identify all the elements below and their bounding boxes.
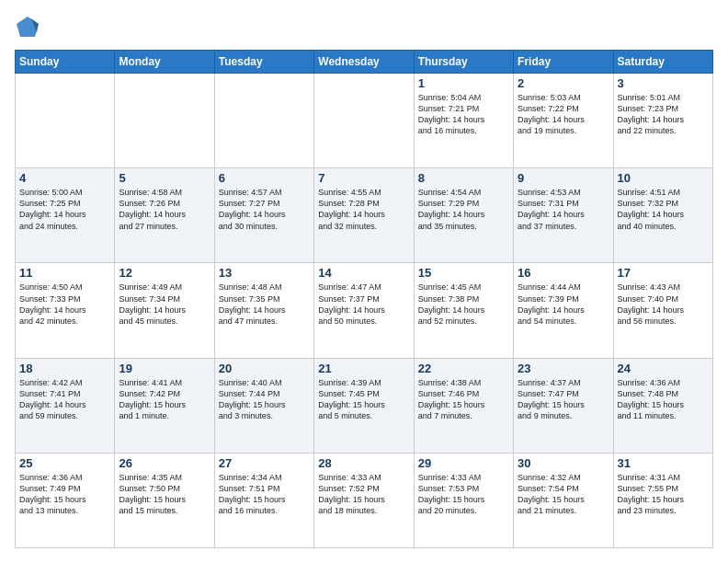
cell-line: Daylight: 15 hours bbox=[119, 399, 210, 410]
cell-line: and 21 minutes. bbox=[518, 505, 609, 516]
day-cell: 19Sunrise: 4:41 AMSunset: 7:42 PMDayligh… bbox=[115, 358, 214, 453]
cell-line: Sunset: 7:25 PM bbox=[19, 198, 110, 209]
cell-line: Sunrise: 4:44 AM bbox=[518, 282, 609, 293]
cell-line: Daylight: 15 hours bbox=[219, 494, 310, 505]
weekday-sunday: Sunday bbox=[16, 51, 115, 74]
cell-line: and 47 minutes. bbox=[219, 316, 310, 327]
cell-line: and 19 minutes. bbox=[518, 125, 609, 136]
cell-line: Sunrise: 5:04 AM bbox=[418, 92, 509, 103]
day-number: 17 bbox=[618, 266, 709, 280]
day-number: 3 bbox=[618, 76, 709, 90]
cell-line: Daylight: 14 hours bbox=[418, 209, 509, 220]
day-number: 1 bbox=[418, 76, 509, 90]
cell-line: Sunset: 7:35 PM bbox=[219, 293, 310, 304]
day-number: 29 bbox=[418, 456, 509, 470]
weekday-tuesday: Tuesday bbox=[214, 51, 313, 74]
week-row-2: 4Sunrise: 5:00 AMSunset: 7:25 PMDaylight… bbox=[16, 168, 713, 263]
day-number: 8 bbox=[418, 171, 509, 185]
weekday-saturday: Saturday bbox=[613, 51, 712, 74]
day-cell: 5Sunrise: 4:58 AMSunset: 7:26 PMDaylight… bbox=[115, 168, 214, 263]
week-row-1: 1Sunrise: 5:04 AMSunset: 7:21 PMDaylight… bbox=[16, 74, 713, 168]
cell-line: Sunset: 7:28 PM bbox=[318, 198, 409, 209]
day-number: 25 bbox=[19, 456, 110, 470]
day-cell: 2Sunrise: 5:03 AMSunset: 7:22 PMDaylight… bbox=[514, 74, 613, 168]
cell-line: Sunset: 7:32 PM bbox=[618, 198, 709, 209]
weekday-wednesday: Wednesday bbox=[314, 51, 414, 74]
day-cell: 31Sunrise: 4:31 AMSunset: 7:55 PMDayligh… bbox=[613, 453, 712, 547]
cell-line: Sunset: 7:42 PM bbox=[119, 388, 210, 399]
day-cell: 27Sunrise: 4:34 AMSunset: 7:51 PMDayligh… bbox=[214, 453, 313, 547]
cell-line: Daylight: 15 hours bbox=[318, 494, 409, 505]
cell-line: and 35 minutes. bbox=[418, 221, 509, 232]
cell-line: and 11 minutes. bbox=[618, 410, 709, 421]
cell-line: Sunset: 7:44 PM bbox=[219, 388, 310, 399]
weekday-monday: Monday bbox=[115, 51, 214, 74]
cell-line: Sunrise: 5:00 AM bbox=[19, 187, 110, 198]
cell-line: and 1 minute. bbox=[119, 410, 210, 421]
cell-line: Sunrise: 4:37 AM bbox=[518, 377, 609, 388]
cell-line: Sunrise: 4:55 AM bbox=[318, 187, 409, 198]
cell-line: Sunset: 7:46 PM bbox=[418, 388, 509, 399]
cell-line: Sunset: 7:40 PM bbox=[618, 293, 709, 304]
cell-line: Sunset: 7:34 PM bbox=[119, 293, 210, 304]
cell-line: and 22 minutes. bbox=[618, 125, 709, 136]
cell-line: Daylight: 15 hours bbox=[418, 494, 509, 505]
cell-line: Daylight: 15 hours bbox=[19, 494, 110, 505]
cell-line: Sunset: 7:54 PM bbox=[518, 483, 609, 494]
cell-line: and 30 minutes. bbox=[219, 221, 310, 232]
day-cell bbox=[115, 74, 214, 168]
cell-line: Daylight: 15 hours bbox=[518, 494, 609, 505]
day-number: 10 bbox=[618, 171, 709, 185]
cell-line: Daylight: 14 hours bbox=[618, 304, 709, 316]
cell-line: Sunrise: 4:47 AM bbox=[318, 282, 409, 293]
day-cell: 3Sunrise: 5:01 AMSunset: 7:23 PMDaylight… bbox=[613, 74, 712, 168]
day-cell: 29Sunrise: 4:33 AMSunset: 7:53 PMDayligh… bbox=[414, 453, 513, 547]
cell-line: Daylight: 14 hours bbox=[219, 304, 310, 316]
cell-line: and 40 minutes. bbox=[618, 221, 709, 232]
logo-icon bbox=[15, 15, 40, 40]
cell-line: Sunset: 7:53 PM bbox=[418, 483, 509, 494]
cell-line: Sunrise: 4:32 AM bbox=[518, 472, 609, 483]
cell-line: Sunset: 7:23 PM bbox=[618, 103, 709, 114]
day-number: 12 bbox=[119, 266, 210, 280]
week-row-4: 18Sunrise: 4:42 AMSunset: 7:41 PMDayligh… bbox=[16, 358, 713, 453]
cell-line: Daylight: 14 hours bbox=[518, 209, 609, 220]
cell-line: Sunset: 7:39 PM bbox=[518, 293, 609, 304]
cell-line: Daylight: 15 hours bbox=[219, 399, 310, 410]
day-cell: 24Sunrise: 4:36 AMSunset: 7:48 PMDayligh… bbox=[613, 358, 712, 453]
cell-line: and 37 minutes. bbox=[518, 221, 609, 232]
day-number: 5 bbox=[119, 171, 210, 185]
day-number: 20 bbox=[219, 362, 310, 375]
cell-line: Sunrise: 4:39 AM bbox=[318, 377, 409, 388]
day-cell: 20Sunrise: 4:40 AMSunset: 7:44 PMDayligh… bbox=[214, 358, 313, 453]
cell-line: Daylight: 14 hours bbox=[418, 114, 509, 125]
cell-line: and 32 minutes. bbox=[318, 221, 409, 232]
cell-line: Daylight: 14 hours bbox=[318, 304, 409, 316]
day-number: 7 bbox=[318, 171, 409, 185]
cell-line: Daylight: 14 hours bbox=[418, 304, 509, 316]
day-cell: 14Sunrise: 4:47 AMSunset: 7:37 PMDayligh… bbox=[314, 263, 414, 358]
cell-line: and 42 minutes. bbox=[19, 316, 110, 327]
cell-line: and 9 minutes. bbox=[518, 410, 609, 421]
day-cell bbox=[314, 74, 414, 168]
cell-line: Sunrise: 4:45 AM bbox=[418, 282, 509, 293]
cell-line: Sunset: 7:52 PM bbox=[318, 483, 409, 494]
header bbox=[15, 15, 713, 40]
day-cell: 10Sunrise: 4:51 AMSunset: 7:32 PMDayligh… bbox=[613, 168, 712, 263]
cell-line: Sunset: 7:26 PM bbox=[119, 198, 210, 209]
cell-line: Sunrise: 4:54 AM bbox=[418, 187, 509, 198]
day-cell: 15Sunrise: 4:45 AMSunset: 7:38 PMDayligh… bbox=[414, 263, 513, 358]
day-number: 26 bbox=[119, 456, 210, 470]
cell-line: Daylight: 14 hours bbox=[618, 209, 709, 220]
cell-line: Daylight: 14 hours bbox=[19, 209, 110, 220]
cell-line: Daylight: 14 hours bbox=[19, 399, 110, 410]
cell-line: Sunset: 7:31 PM bbox=[518, 198, 609, 209]
cell-line: Daylight: 14 hours bbox=[219, 209, 310, 220]
cell-line: Sunrise: 4:31 AM bbox=[618, 472, 709, 483]
day-cell: 28Sunrise: 4:33 AMSunset: 7:52 PMDayligh… bbox=[314, 453, 414, 547]
cell-line: Sunset: 7:38 PM bbox=[418, 293, 509, 304]
day-cell: 16Sunrise: 4:44 AMSunset: 7:39 PMDayligh… bbox=[514, 263, 613, 358]
weekday-friday: Friday bbox=[514, 51, 613, 74]
day-number: 2 bbox=[518, 76, 609, 90]
day-cell bbox=[214, 74, 313, 168]
